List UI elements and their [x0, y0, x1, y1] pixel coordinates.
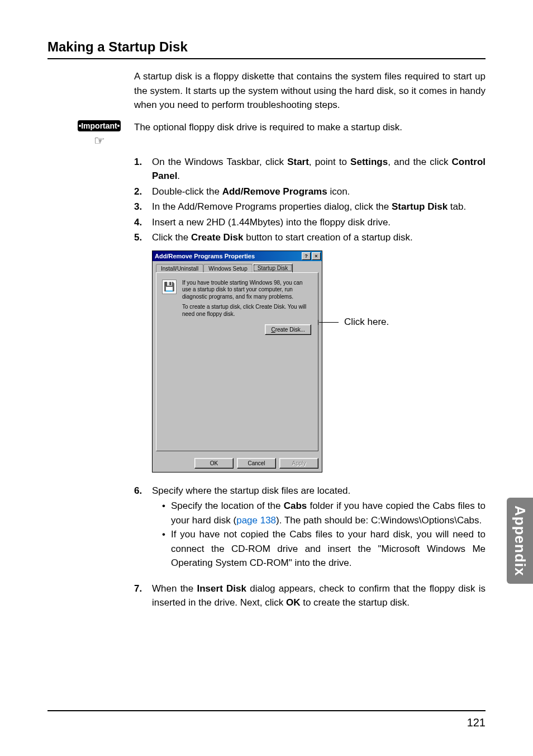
- floppy-icon: 💾: [162, 280, 177, 294]
- bullet-icon: •: [162, 499, 171, 527]
- apply-button[interactable]: Apply: [279, 458, 318, 469]
- step-number: 3.: [134, 200, 152, 214]
- step-body: Click the Create Disk button to start cr…: [152, 230, 486, 245]
- dialog-figure: Add/Remove Programs Properties ? × Insta…: [152, 251, 486, 472]
- step-7: 7. When the Insert Disk dialog appears, …: [134, 582, 486, 610]
- step-5: 5. Click the Create Disk button to start…: [134, 230, 486, 245]
- tab-windows-setup[interactable]: Windows Setup: [203, 264, 252, 273]
- text: In the Add/Remove Programs properties di…: [152, 201, 392, 212]
- cancel-button[interactable]: Cancel: [237, 458, 276, 469]
- text: , and the click: [388, 157, 451, 167]
- text: to create the startup disk.: [300, 597, 410, 608]
- panel-text: If you have trouble starting Windows 98,…: [182, 280, 312, 322]
- bold-text: Cabs: [284, 500, 307, 511]
- text: Double-click the: [152, 186, 222, 197]
- tab-install-uninstall[interactable]: Install/Uninstall: [156, 264, 203, 273]
- tab-startup-disk[interactable]: Startup Disk: [253, 263, 293, 272]
- step-number: 5.: [134, 230, 152, 245]
- page-heading: Making a Startup Disk: [47, 39, 486, 59]
- step-number: 2.: [134, 185, 152, 199]
- section-tab-appendix: Appendix: [507, 498, 533, 584]
- step-3: 3. In the Add/Remove Programs properties…: [134, 200, 486, 214]
- panel-para-2: To create a startup disk, click Create D…: [182, 304, 312, 318]
- step-6-bullets: • Specify the location of the Cabs folde…: [162, 499, 486, 570]
- bullet-2: • If you have not copied the Cabs files …: [162, 527, 486, 570]
- step-4: 4. Insert a new 2HD (1.44Mbytes) into th…: [134, 215, 486, 230]
- bold-text: Add/Remove Programs: [222, 186, 327, 197]
- dialog-titlebar: Add/Remove Programs Properties ? ×: [153, 251, 322, 261]
- bullet-1: • Specify the location of the Cabs folde…: [162, 499, 486, 527]
- bold-text: Startup Disk: [392, 201, 448, 212]
- step-body: When the Insert Disk dialog appears, che…: [152, 582, 486, 610]
- step-number: 1.: [134, 155, 152, 183]
- bold-text: Settings: [350, 157, 388, 167]
- create-disk-button[interactable]: Create Disk...: [265, 324, 311, 335]
- text: button to start creation of a startup di…: [243, 232, 412, 243]
- step-2: 2. Double-click the Add/Remove Programs …: [134, 185, 486, 199]
- important-text: The optional floppy disk drive is requir…: [134, 120, 486, 135]
- bold-text: Start: [287, 157, 309, 167]
- step-body: Double-click the Add/Remove Programs ico…: [152, 185, 486, 199]
- footer-rule: [47, 710, 486, 711]
- step-1: 1. On the Windows Taskbar, click Start, …: [134, 155, 486, 183]
- text: Specify the location of the: [171, 500, 284, 511]
- help-button[interactable]: ?: [302, 252, 311, 260]
- intro-paragraph: A startup disk is a floppy diskette that…: [134, 69, 486, 112]
- tab-panel: 💾 If you have trouble starting Windows 9…: [156, 272, 318, 451]
- page-number: 121: [467, 716, 486, 729]
- tabs-row: Install/Uninstall Windows Setup Startup …: [153, 261, 322, 272]
- bullet-body: Specify the location of the Cabs folder …: [171, 499, 486, 527]
- step-body: Insert a new 2HD (1.44Mbytes) into the f…: [152, 215, 486, 230]
- text: When the: [152, 583, 197, 594]
- panel-para-1: If you have trouble starting Windows 98,…: [182, 280, 312, 301]
- text: On the Windows Taskbar, click: [152, 157, 287, 167]
- ok-button[interactable]: OK: [194, 458, 234, 469]
- steps-list-cont: 6. Specify where the startup disk files …: [134, 484, 486, 498]
- step-6: 6. Specify where the startup disk files …: [134, 484, 486, 498]
- bold-text: Insert Disk: [197, 583, 246, 594]
- step-number: 7.: [134, 582, 152, 610]
- close-button[interactable]: ×: [312, 252, 321, 260]
- bold-text: Create Disk: [191, 232, 244, 243]
- steps-list-cont2: 7. When the Insert Disk dialog appears, …: [134, 582, 486, 610]
- step-body: On the Windows Taskbar, click Start, poi…: [152, 155, 486, 183]
- callout-text: Click here.: [344, 316, 389, 328]
- text: .: [177, 171, 180, 181]
- dialog-button-row: OK Cancel Apply: [153, 455, 322, 472]
- step-body: Specify where the startup disk files are…: [152, 484, 486, 498]
- step-body: In the Add/Remove Programs properties di…: [152, 200, 486, 214]
- important-callout: Important ☞: [47, 120, 134, 148]
- page-link[interactable]: page 138: [236, 515, 276, 526]
- important-badge: Important: [78, 120, 121, 131]
- bold-text: OK: [286, 597, 301, 608]
- text: tab.: [448, 201, 466, 212]
- steps-list: 1. On the Windows Taskbar, click Start, …: [134, 155, 486, 245]
- bullet-icon: •: [162, 527, 171, 570]
- step-number: 6.: [134, 484, 152, 498]
- dialog-title: Add/Remove Programs Properties: [155, 253, 301, 259]
- text: , point to: [309, 157, 350, 167]
- text: reate Disk...: [275, 327, 305, 333]
- hand-icon: ☞: [94, 134, 105, 148]
- callout-leader-line: [319, 322, 339, 323]
- bullet-body: If you have not copied the Cabs files to…: [171, 527, 486, 570]
- step-number: 4.: [134, 215, 152, 230]
- text: icon.: [327, 186, 350, 197]
- add-remove-programs-dialog: Add/Remove Programs Properties ? × Insta…: [152, 251, 322, 472]
- mnemonic: C: [271, 327, 275, 333]
- text: ). The path should be: C:Windows\Options…: [276, 515, 482, 526]
- text: Click the: [152, 232, 191, 243]
